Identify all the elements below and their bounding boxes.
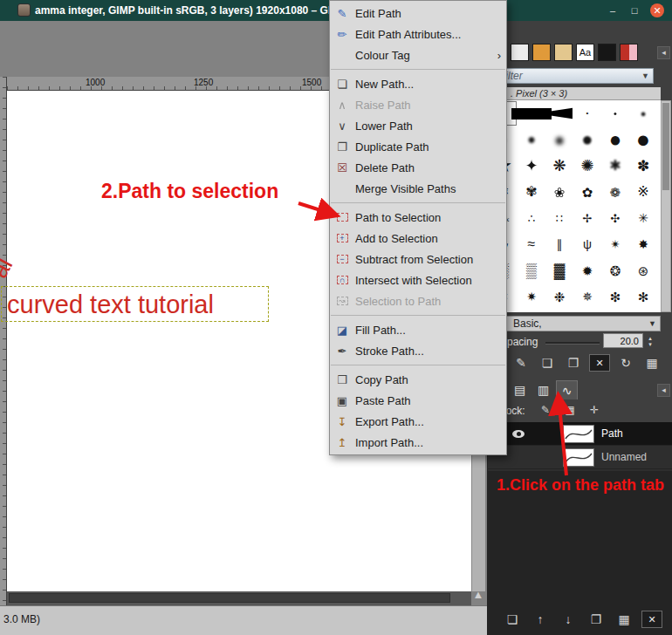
vertical-ruler[interactable] bbox=[0, 77, 7, 605]
menu-item-paste-path[interactable]: ▣Paste Path bbox=[330, 390, 506, 411]
minimize-button[interactable]: – bbox=[606, 3, 620, 17]
dock-menu-arrow-icon[interactable]: ◂ bbox=[657, 46, 670, 59]
brush-filter-input[interactable]: Filter ▼ bbox=[495, 68, 654, 84]
menu-item-stroke-path[interactable]: ✒Stroke Path... bbox=[330, 340, 506, 361]
channels-tab[interactable]: ▥ bbox=[532, 380, 554, 399]
brush-thumb[interactable]: ● bbox=[629, 126, 657, 153]
paths-tab[interactable]: ∿ bbox=[556, 380, 578, 399]
brush-thumb[interactable] bbox=[545, 100, 573, 126]
raise-path-button-icon[interactable]: ↑ bbox=[530, 611, 551, 628]
menu-item-import-path[interactable]: ↥Import Path... bbox=[330, 432, 506, 453]
brush-thumb[interactable]: ✦ bbox=[518, 153, 545, 179]
brush-thumb[interactable]: ● bbox=[573, 126, 601, 153]
brush-thumb[interactable]: ✸ bbox=[629, 231, 657, 257]
path-thumbnail[interactable] bbox=[563, 425, 594, 443]
brush-thumb[interactable]: ● bbox=[601, 126, 629, 153]
brush-preset-select[interactable]: Basic, ▼ bbox=[490, 316, 661, 331]
spin-down-icon[interactable]: ▾ bbox=[648, 341, 652, 347]
path-thumbnail[interactable] bbox=[563, 448, 594, 467]
menu-item-export-path[interactable]: ↧Export Path... bbox=[330, 411, 506, 432]
menu-item-intersect-with-selection[interactable]: ∩Intersect with Selection bbox=[330, 270, 506, 290]
brush-thumb[interactable]: ❉ bbox=[545, 283, 573, 310]
brush-thumb[interactable]: ▒ bbox=[518, 257, 545, 283]
spacing-spinner[interactable]: ▴▾ bbox=[645, 333, 655, 348]
brush-thumb[interactable]: ❋ bbox=[545, 153, 573, 179]
delete-brush-icon[interactable]: ✕ bbox=[589, 354, 610, 372]
brush-thumb[interactable]: ✹ bbox=[573, 257, 601, 283]
brush-grid-scrollbar-thumb[interactable] bbox=[662, 103, 669, 190]
menu-item-subtract-from-selection[interactable]: −Subtract from Selection bbox=[330, 249, 506, 270]
brush-thumb[interactable]: ✱ bbox=[601, 153, 629, 179]
lower-path-button-icon[interactable]: ↓ bbox=[558, 611, 579, 628]
duplicate-brush-icon[interactable]: ❐ bbox=[563, 354, 584, 372]
brushes-tab-icon[interactable] bbox=[511, 44, 529, 61]
brush-thumb[interactable]: ✣ bbox=[601, 205, 629, 231]
new-path-button-icon[interactable]: ❏ bbox=[502, 611, 523, 628]
menu-item-fill-path[interactable]: ◪Fill Path... bbox=[330, 319, 506, 340]
delete-path-button-icon[interactable]: ✕ bbox=[641, 611, 662, 628]
menu-item-merge-visible-paths[interactable]: Merge Visible Paths bbox=[330, 178, 506, 199]
brush-thumb[interactable]: • bbox=[601, 100, 629, 126]
brush-thumb[interactable]: ● bbox=[545, 126, 573, 153]
brush-thumb[interactable]: ≈ bbox=[518, 231, 545, 257]
horizontal-scrollbar-thumb[interactable] bbox=[9, 593, 450, 603]
brush-thumb[interactable]: ✾ bbox=[518, 179, 545, 205]
brush-thumb[interactable]: ❇ bbox=[601, 283, 629, 310]
horizontal-scrollbar[interactable] bbox=[7, 591, 471, 605]
brush-thumb[interactable]: ✿ bbox=[573, 179, 601, 205]
path-row-unnamed[interactable]: Unnamed bbox=[488, 446, 672, 469]
visibility-eye-icon[interactable] bbox=[512, 430, 525, 438]
brush-thumb[interactable]: ❁ bbox=[601, 179, 629, 205]
path-row-path[interactable]: Path bbox=[488, 422, 672, 446]
brush-thumb[interactable]: ∷ bbox=[545, 205, 573, 231]
edit-brush-icon[interactable]: ✎ bbox=[511, 354, 531, 372]
refresh-brushes-icon[interactable]: ↻ bbox=[615, 354, 636, 372]
menu-item-lower-path[interactable]: ∨Lower Path bbox=[330, 115, 506, 136]
palettes-tab-icon[interactable] bbox=[554, 44, 573, 61]
patterns-tab-icon[interactable] bbox=[532, 44, 551, 61]
menu-item-add-to-selection[interactable]: +Add to Selection bbox=[330, 228, 506, 249]
new-brush-icon[interactable]: ❏ bbox=[537, 354, 558, 372]
brush-grid-scrollbar[interactable] bbox=[661, 100, 671, 312]
maximize-button[interactable]: □ bbox=[627, 3, 641, 17]
menu-item-duplicate-path[interactable]: ❐Duplicate Path bbox=[330, 136, 506, 157]
brush-thumb[interactable]: ✳ bbox=[629, 205, 657, 231]
menu-item-selection-to-path[interactable]: ↝Selection to Path bbox=[330, 290, 506, 311]
spin-up-icon[interactable]: ▴ bbox=[648, 335, 652, 341]
brush-thumb[interactable]: ● bbox=[629, 100, 657, 126]
pixel-lock-icon[interactable]: ▦ bbox=[561, 402, 579, 418]
brush-thumb[interactable]: ❂ bbox=[601, 257, 629, 283]
path-to-selection-button-icon[interactable]: ▦ bbox=[614, 611, 634, 628]
brush-thumb[interactable]: ※ bbox=[629, 179, 657, 205]
brush-thumb[interactable] bbox=[518, 100, 545, 126]
brush-thumb[interactable]: • bbox=[573, 100, 601, 126]
paint-lock-icon[interactable]: ✎ bbox=[537, 402, 554, 418]
menu-item-edit-path[interactable]: ✎Edit Path bbox=[330, 3, 506, 24]
fonts-tab-icon[interactable]: Aa bbox=[576, 44, 594, 61]
brush-thumb[interactable]: ❀ bbox=[545, 179, 573, 205]
dropdown-arrow-icon[interactable]: ▼ bbox=[641, 72, 649, 80]
scroll-corner-arrow-icon[interactable]: ▲ bbox=[471, 588, 485, 605]
menu-item-delete-path[interactable]: ☒Delete Path bbox=[330, 157, 506, 178]
brush-thumb[interactable]: ✽ bbox=[629, 153, 657, 179]
brush-thumb[interactable]: ✢ bbox=[573, 205, 601, 231]
brush-thumb[interactable]: ✺ bbox=[573, 153, 601, 179]
menu-item-edit-path-attributes[interactable]: ✏Edit Path Attributes... bbox=[330, 24, 506, 44]
brush-thumb[interactable]: ✷ bbox=[518, 283, 545, 310]
open-brush-icon[interactable]: ▦ bbox=[641, 354, 662, 372]
menu-item-raise-path[interactable]: ∧Raise Path bbox=[330, 94, 506, 115]
spacing-value[interactable]: 20.0 bbox=[603, 333, 643, 348]
menu-item-colour-tag[interactable]: Colour Tag› bbox=[330, 44, 506, 65]
brush-thumb[interactable]: ▓ bbox=[545, 257, 573, 283]
spacing-slider[interactable] bbox=[545, 342, 600, 345]
brush-thumb[interactable]: ∴ bbox=[518, 205, 545, 231]
brush-thumb[interactable]: ● bbox=[518, 126, 545, 153]
close-button[interactable]: ✕ bbox=[650, 3, 664, 17]
menu-item-new-path[interactable]: ❏New Path... bbox=[330, 73, 506, 94]
brush-thumb[interactable]: ∥ bbox=[545, 231, 573, 257]
brush-thumb[interactable]: ✻ bbox=[629, 283, 657, 310]
brush-thumb[interactable]: ✴ bbox=[601, 231, 629, 257]
brush-thumb[interactable]: ✵ bbox=[573, 283, 601, 310]
menu-item-copy-path[interactable]: ❒Copy Path bbox=[330, 369, 506, 390]
layers-tab[interactable]: ▤ bbox=[509, 380, 531, 399]
